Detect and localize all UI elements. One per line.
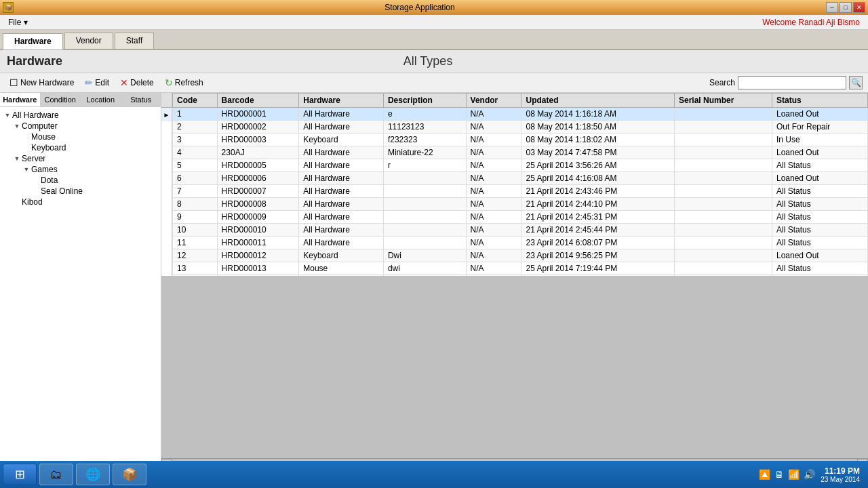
menu-file[interactable]: File ▾ [3, 16, 33, 28]
cell-4: N/A [466, 249, 521, 262]
cell-7: Loaned Out [772, 172, 867, 185]
cell-2: All Hardware [299, 198, 384, 211]
tree-item-kibod[interactable]: Kibod [3, 197, 158, 207]
table-body: 1HRD000001All HardwareeN/A08 May 2014 1:… [173, 108, 868, 276]
th-barcode: Barcode [217, 94, 299, 108]
table-row[interactable]: 2HRD000002All Hardware11123123N/A08 May … [173, 121, 868, 134]
main-area: Hardware Condition Location Status ▼ All… [0, 93, 868, 469]
left-panel: Hardware Condition Location Status ▼ All… [0, 93, 161, 469]
cell-3: 11123123 [383, 121, 466, 134]
th-status: Status [772, 94, 867, 108]
cell-0: 10 [173, 224, 218, 237]
table-wrapper: ► Code Barcode Hardware Description Vend… [161, 93, 868, 276]
tab-vendor[interactable]: Vendor [64, 33, 113, 49]
sub-tab-condition[interactable]: Condition [41, 93, 81, 106]
new-hardware-button[interactable]: ☐ New Hardware [5, 76, 78, 89]
cell-3: Miniature-22 [383, 146, 466, 159]
tree-expand-icon: ▼ [22, 166, 31, 173]
start-button[interactable]: ⊞ [3, 464, 37, 485]
cell-2: All Hardware [299, 121, 384, 134]
cell-7: All Status [772, 237, 867, 249]
maximize-button[interactable]: □ [840, 2, 852, 13]
cell-3: f232323 [383, 134, 466, 146]
table-row[interactable]: 12HRD000012KeyboardDwiN/A23 April 2014 9… [173, 249, 868, 262]
cell-5: 25 April 2014 4:16:08 AM [521, 172, 675, 185]
hardware-table[interactable]: Code Barcode Hardware Description Vendor… [172, 93, 868, 276]
cell-5: 21 April 2014 2:43:46 PM [521, 185, 675, 198]
tree-item-keyboard[interactable]: Keyboard [3, 142, 158, 153]
cell-6 [674, 121, 772, 134]
title-bar: 📦 Storage Application – □ ✕ [0, 0, 868, 15]
taskbar-app[interactable]: 📦 [113, 464, 146, 485]
refresh-icon: ↻ [165, 77, 173, 88]
sub-tab-location[interactable]: Location [81, 93, 121, 106]
tab-hardware[interactable]: Hardware [3, 33, 63, 49]
taskbar-right: 🔼 🖥 📶 🔊 11:19 PM 23 May 2014 [759, 466, 865, 483]
cell-4: N/A [466, 134, 521, 146]
close-button[interactable]: ✕ [853, 2, 865, 13]
cell-6 [674, 211, 772, 224]
cell-1: HRD000009 [217, 211, 299, 224]
table-row[interactable]: 5HRD000005All HardwarerN/A25 April 2014 … [173, 159, 868, 172]
minimize-button[interactable]: – [826, 2, 838, 13]
table-row[interactable]: 11HRD000011All HardwareN/A23 April 2014 … [173, 237, 868, 249]
search-input[interactable] [738, 76, 846, 89]
cell-4: N/A [466, 224, 521, 237]
taskbar-file-manager[interactable]: 🗂 [39, 464, 73, 485]
cell-5: 21 April 2014 2:45:44 PM [521, 224, 675, 237]
cell-6 [674, 224, 772, 237]
edit-button[interactable]: ✏ Edit [81, 76, 113, 89]
cell-7: Loaned Out [772, 146, 867, 159]
cell-0: 11 [173, 237, 218, 249]
table-row[interactable]: 6HRD000006All HardwareN/A25 April 2014 4… [173, 172, 868, 185]
tree-item-all-hardware[interactable]: ▼ All Hardware [3, 110, 158, 121]
tree-item-seal-online[interactable]: Seal Online [3, 186, 158, 197]
cell-5: 25 April 2014 3:56:26 AM [521, 159, 675, 172]
cell-0: 12 [173, 249, 218, 262]
sub-tab-hardware[interactable]: Hardware [0, 93, 41, 106]
tree-item-server[interactable]: ▼ Server [3, 153, 158, 164]
tree-item-mouse[interactable]: Mouse [3, 131, 158, 142]
cell-6 [674, 198, 772, 211]
table-row[interactable]: 8HRD000008All HardwareN/A21 April 2014 2… [173, 198, 868, 211]
table-row[interactable]: 4230AJAll HardwareMiniature-22N/A03 May … [173, 146, 868, 159]
right-panel: ► Code Barcode Hardware Description Vend… [161, 93, 868, 469]
search-button[interactable]: 🔍 [849, 76, 863, 89]
type-title: All Types [0, 54, 861, 68]
table-row[interactable]: 9HRD000009All HardwareN/A21 April 2014 2… [173, 211, 868, 224]
cell-1: 230AJ [217, 146, 299, 159]
hardware-tree[interactable]: ▼ All Hardware ▼ Computer Mouse Keyboard [0, 107, 161, 469]
table-row[interactable]: 3HRD000003Keyboardf232323N/A08 May 2014 … [173, 134, 868, 146]
cell-5: 08 May 2014 1:18:02 AM [521, 134, 675, 146]
delete-button[interactable]: ✕ Delete [116, 76, 158, 89]
cell-2: All Hardware [299, 185, 384, 198]
table-row[interactable]: 7HRD000007All HardwareN/A21 April 2014 2… [173, 185, 868, 198]
cell-1: HRD000011 [217, 237, 299, 249]
cell-3 [383, 185, 466, 198]
cell-4: N/A [466, 262, 521, 275]
sub-tab-status[interactable]: Status [121, 93, 161, 106]
tree-item-computer[interactable]: ▼ Computer [3, 121, 158, 131]
cell-4: N/A [466, 159, 521, 172]
tab-staff[interactable]: Staff [115, 33, 154, 49]
table-row[interactable]: 1HRD000001All HardwareeN/A08 May 2014 1:… [173, 108, 868, 121]
tree-expand-icon: ▼ [3, 112, 12, 119]
cell-7: All Status [772, 159, 867, 172]
tree-item-games[interactable]: ▼ Games [3, 164, 158, 175]
clock-date: 23 May 2014 [821, 476, 860, 483]
refresh-button[interactable]: ↻ Refresh [161, 76, 208, 89]
table-row[interactable]: 13HRD000013MousedwiN/A25 April 2014 7:19… [173, 262, 868, 275]
taskbar-chrome[interactable]: 🌐 [76, 464, 110, 485]
cell-5: 23 April 2014 6:08:07 PM [521, 237, 675, 249]
table-row[interactable]: 10HRD000010All HardwareN/A21 April 2014 … [173, 224, 868, 237]
cell-4: N/A [466, 198, 521, 211]
cell-6 [674, 159, 772, 172]
cell-0: 7 [173, 185, 218, 198]
delete-icon: ✕ [120, 77, 128, 88]
tree-item-dota[interactable]: Dota [3, 175, 158, 186]
cell-1: HRD000005 [217, 159, 299, 172]
cell-5: 08 May 2014 1:18:50 AM [521, 121, 675, 134]
cell-0: 5 [173, 159, 218, 172]
cell-7: Out For Repair [772, 121, 867, 134]
cell-5: 21 April 2014 2:44:10 PM [521, 198, 675, 211]
